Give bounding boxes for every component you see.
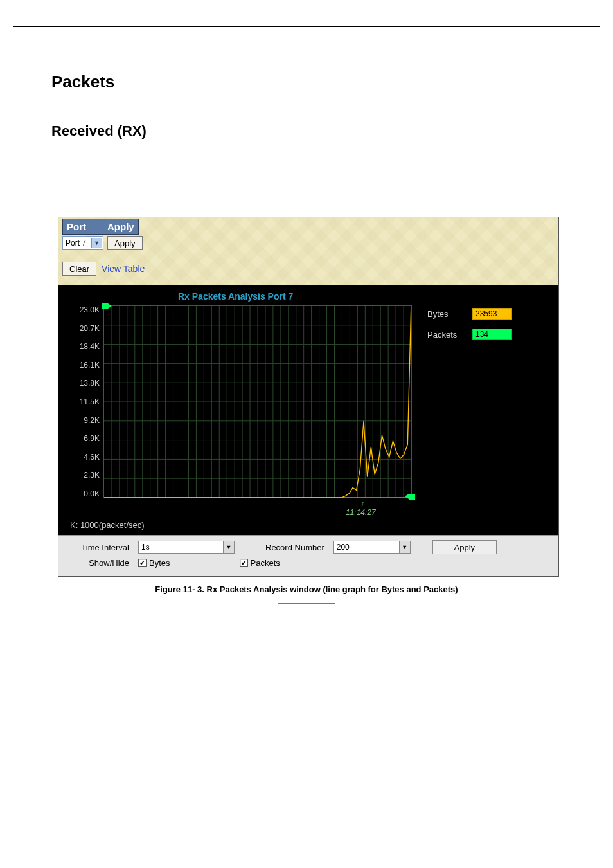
port-select[interactable]: Port 7 ▼ xyxy=(62,236,103,250)
figure-caption: Figure 11- 3. Rx Packets Analysis window… xyxy=(51,584,562,594)
bytes-checkbox-label: Bytes xyxy=(149,558,170,568)
time-interval-label: Time Interval xyxy=(65,543,129,552)
time-interval-value: 1s xyxy=(141,543,150,552)
record-number-select[interactable]: 200 ▼ xyxy=(333,541,411,554)
legend-bytes-value: 23593 xyxy=(472,308,512,320)
caption-rule xyxy=(278,603,335,604)
plot: ↑ 11:14:27 xyxy=(103,305,412,498)
view-table-link[interactable]: View Table xyxy=(102,264,145,274)
apply-header: Apply xyxy=(103,219,139,235)
graph-area: Rx Packets Analysis Port 7 23.0K 20.7K 1… xyxy=(58,285,558,535)
bytes-checkbox[interactable]: ✔ Bytes xyxy=(138,558,170,568)
time-marker-label: 11:14:27 xyxy=(346,508,376,517)
heading-received: Received (RX) xyxy=(51,123,562,140)
chevron-down-icon: ▼ xyxy=(223,541,234,553)
port-header: Port xyxy=(62,219,103,235)
clear-button[interactable]: Clear xyxy=(62,262,96,276)
heading-packets: Packets xyxy=(51,72,562,92)
time-marker-icon: ↑ xyxy=(361,499,365,507)
legend-bytes-label: Bytes xyxy=(427,309,463,319)
chevron-down-icon: ▼ xyxy=(91,238,102,248)
apply-button[interactable]: Apply xyxy=(107,236,143,250)
packets-checkbox[interactable]: ✔ Packets xyxy=(240,558,280,568)
record-number-value: 200 xyxy=(337,543,350,552)
bottom-controls: Time Interval 1s ▼ Record Number 200 ▼ A… xyxy=(58,535,558,576)
chevron-down-icon: ▼ xyxy=(399,541,410,553)
rx-analysis-panel: Port Apply Port 7 ▼ Apply Clear View Tab… xyxy=(58,217,559,577)
port-select-value: Port 7 xyxy=(66,239,86,248)
legend-packets-value: 134 xyxy=(472,329,512,340)
graph-title: Rx Packets Analysis Port 7 xyxy=(69,291,548,302)
unit-note: K: 1000(packet/sec) xyxy=(70,520,548,530)
record-number-label: Record Number xyxy=(265,543,324,552)
checkbox-checked-icon: ✔ xyxy=(240,559,248,567)
y-axis: 23.0K 20.7K 18.4K 16.1K 13.8K 11.5K 9.2K… xyxy=(69,305,103,498)
legend: Bytes 23593 Packets 134 xyxy=(427,308,512,498)
time-interval-select[interactable]: 1s ▼ xyxy=(138,541,235,554)
bottom-apply-button[interactable]: Apply xyxy=(432,540,497,554)
showhide-label: Show/Hide xyxy=(65,558,129,568)
checkbox-checked-icon: ✔ xyxy=(138,559,147,567)
packets-checkbox-label: Packets xyxy=(251,558,280,568)
top-controls: Port Apply Port 7 ▼ Apply Clear View Tab… xyxy=(58,217,558,285)
legend-packets-label: Packets xyxy=(427,330,463,339)
